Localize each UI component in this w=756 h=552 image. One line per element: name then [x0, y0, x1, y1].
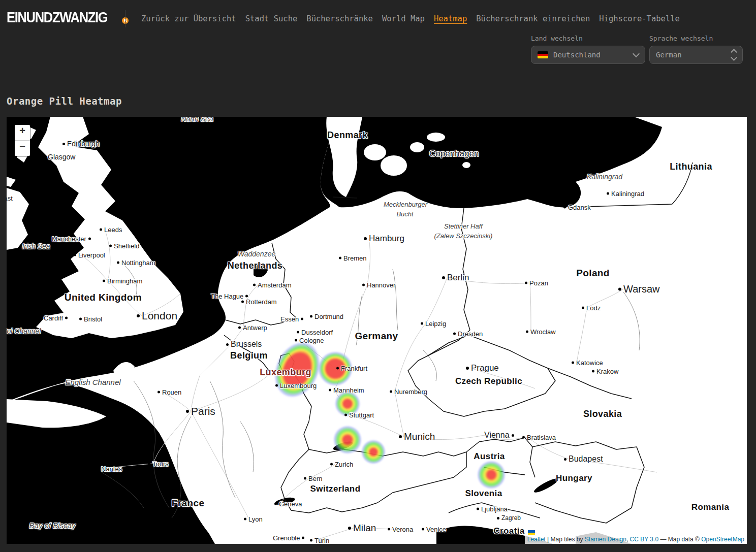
- main-nav: Zurück zur ÜbersichtStadt SucheBüchersch…: [141, 14, 680, 23]
- nav-item-2[interactable]: Bücherschränke: [306, 14, 373, 23]
- nav-divider: [125, 10, 125, 27]
- nav-item-1[interactable]: Stadt Suche: [245, 14, 298, 23]
- nav-item-4[interactable]: Heatmap: [434, 14, 467, 23]
- heatmap-canvas[interactable]: United KingdomNetherlandsBelgiumGermanyD…: [7, 117, 747, 544]
- zoom-in-button[interactable]: +: [15, 125, 30, 141]
- language-select[interactable]: German: [649, 46, 743, 64]
- app-logo-text: EINUNDZWANZIG: [7, 10, 107, 25]
- nav-item-5[interactable]: Bücherschrank einreichen: [476, 14, 590, 23]
- attribution-link[interactable]: OpenStreetMap: [701, 536, 744, 543]
- nav-item-0[interactable]: Zurück zur Übersicht: [141, 14, 236, 23]
- country-select-value: Deutschland: [553, 51, 601, 59]
- country-select-label: Land wechseln: [531, 35, 583, 42]
- chevron-down-icon: [633, 50, 640, 57]
- attribution-link[interactable]: Stamen Design: [585, 536, 626, 543]
- attribution-text: Leaflet | Map tiles by Stamen Design, CC…: [527, 536, 744, 543]
- attribution-link[interactable]: Leaflet: [527, 536, 546, 543]
- nav-item-3[interactable]: World Map: [382, 14, 425, 23]
- attribution-link[interactable]: CC BY 3.0: [630, 536, 658, 543]
- language-select-label: Sprache wechseln: [649, 35, 713, 42]
- page: { "header": { "logo": "EINUNDZWANZIG", "…: [0, 0, 756, 552]
- app-logo[interactable]: EINUNDZWANZIG B: [7, 10, 129, 25]
- map-base-tiles: [7, 117, 747, 544]
- chevron-updown-icon: [732, 48, 736, 61]
- map-attribution: Leaflet | Map tiles by Stamen Design, CC…: [525, 530, 747, 544]
- nav-item-6[interactable]: Highscore-Tabelle: [599, 14, 680, 23]
- zoom-out-button[interactable]: −: [15, 141, 30, 156]
- language-select-value: German: [656, 51, 682, 59]
- page-title: Orange Pill Heatmap: [7, 95, 122, 107]
- country-select[interactable]: Deutschland: [531, 46, 645, 64]
- map-zoom-control: + −: [14, 124, 31, 157]
- german-flag-icon: [538, 51, 548, 58]
- ukraine-flag-icon: [528, 530, 535, 535]
